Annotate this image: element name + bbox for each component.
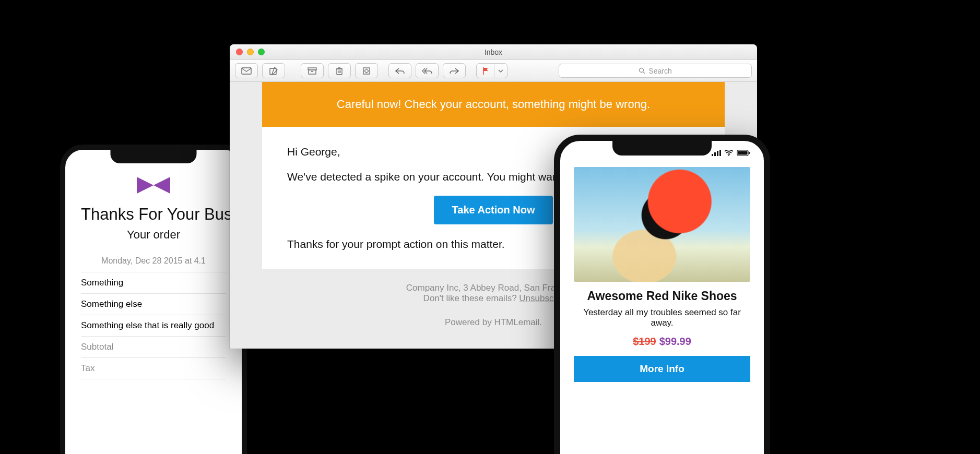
receipt-title: Thanks For Your Bus (81, 205, 226, 224)
svg-rect-15 (712, 154, 713, 156)
warning-banner: Careful now! Check your account, somethi… (262, 82, 725, 127)
product-title: Awesome Red Nike Shoes (574, 289, 750, 303)
old-price: $199 (633, 336, 656, 347)
battery-icon (737, 149, 750, 158)
phone-left-device: Thanks For Your Bus Your order Monday, D… (60, 145, 247, 454)
reply-all-button[interactable] (416, 64, 438, 78)
svg-rect-18 (719, 150, 721, 156)
receipt-subtitle: Your order (81, 228, 226, 242)
mail-toolbar: Search (230, 60, 757, 82)
receipt-line-items: Something Something else Something else … (81, 272, 226, 379)
window-titlebar[interactable]: Inbox (230, 44, 757, 60)
svg-point-19 (728, 155, 729, 156)
svg-point-13 (640, 68, 644, 73)
svg-line-14 (643, 72, 645, 74)
archive-button[interactable] (301, 64, 323, 78)
search-icon (639, 67, 645, 74)
svg-rect-22 (749, 152, 750, 154)
product-card: Awesome Red Nike Shoes Yesterday all my … (560, 162, 764, 382)
list-item: Something (81, 272, 226, 294)
phone-right-device: Awesome Red Nike Shoes Yesterday all my … (554, 135, 770, 454)
phone-right-notch (612, 141, 712, 156)
search-placeholder: Search (648, 67, 671, 75)
search-input[interactable]: Search (559, 64, 752, 78)
list-item: Something else (81, 294, 226, 315)
forward-button[interactable] (443, 64, 465, 78)
list-item: Something else that is really good (81, 315, 226, 337)
svg-rect-16 (714, 152, 716, 156)
signal-icon (712, 149, 721, 158)
svg-rect-17 (717, 151, 718, 156)
product-prices: $199$99.99 (574, 336, 750, 348)
reply-button[interactable] (389, 64, 411, 78)
flag-button[interactable] (477, 64, 494, 78)
wifi-icon (724, 149, 734, 158)
junk-button[interactable] (356, 64, 377, 78)
window-title: Inbox (230, 48, 757, 56)
product-description: Yesterday all my troubles seemed so far … (574, 307, 750, 328)
bowtie-logo-icon (81, 175, 226, 196)
take-action-button[interactable]: Take Action Now (434, 196, 553, 224)
new-price: $99.99 (659, 336, 691, 347)
svg-rect-3 (309, 70, 316, 74)
receipt-date: Monday, Dec 28 2015 at 4.1 (81, 256, 226, 266)
delete-button[interactable] (328, 64, 350, 78)
receipt-email: Thanks For Your Bus Your order Monday, D… (65, 150, 242, 379)
footer-unsub-text: Don't like these emails? (423, 293, 519, 303)
product-hero-image (574, 167, 750, 282)
flag-dropdown-button[interactable] (494, 64, 507, 78)
more-info-button[interactable]: More Info (574, 356, 750, 382)
compose-button[interactable] (263, 64, 285, 78)
get-mail-button[interactable] (235, 64, 257, 78)
svg-rect-21 (738, 151, 748, 154)
svg-rect-0 (242, 68, 251, 74)
list-item: Subtotal (81, 337, 226, 358)
phone-left-notch (111, 150, 197, 163)
list-item: Tax (81, 358, 226, 379)
